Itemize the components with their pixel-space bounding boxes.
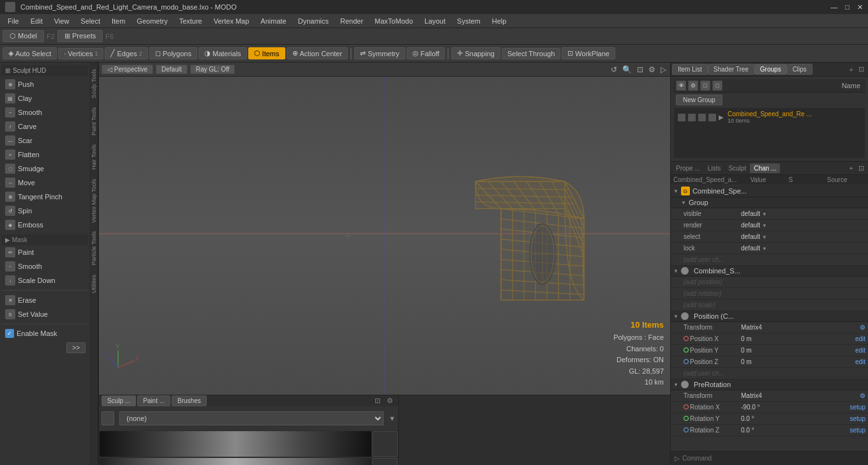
- expand-right-icon[interactable]: ⊡: [856, 65, 867, 73]
- rot-y-setup[interactable]: setup: [850, 415, 865, 422]
- group-eye-icon[interactable]: [678, 114, 685, 121]
- expand-chan-icon[interactable]: ⊡: [856, 164, 867, 172]
- default-btn[interactable]: Default: [156, 65, 188, 74]
- brushes-tab[interactable]: Brushes: [172, 395, 207, 406]
- vp-settings-icon[interactable]: ⚙: [647, 65, 657, 74]
- scene-3d[interactable]: X Y Z 10 Items: [99, 77, 670, 395]
- symmetry-btn[interactable]: ⇌ Symmetry: [354, 47, 405, 59]
- pos-x-edit[interactable]: edit: [855, 335, 865, 342]
- rot-z-setup[interactable]: setup: [850, 427, 865, 434]
- vp-fit-icon[interactable]: ⊡: [636, 65, 645, 74]
- group-render-icon[interactable]: [688, 114, 696, 121]
- pos-z-edit[interactable]: edit: [855, 358, 865, 365]
- tool-tangent-pinch[interactable]: ⊗ Tangent Pinch: [1, 190, 88, 204]
- more-bottom-icon[interactable]: ⚙: [384, 397, 396, 405]
- side-tab-vertexmap[interactable]: Vertex Map Tools: [89, 175, 98, 227]
- group-lock-icon[interactable]: [708, 114, 716, 121]
- ctab-sculpt[interactable]: Sculpt: [724, 164, 750, 173]
- render-icon[interactable]: □: [700, 80, 710, 91]
- pos-y-edit[interactable]: edit: [855, 347, 865, 354]
- group-expand-icon[interactable]: ▶: [719, 114, 724, 121]
- brush-dropdown[interactable]: (none): [119, 411, 384, 425]
- menu-render[interactable]: Render: [335, 16, 368, 26]
- ch-group-section[interactable]: ▼ Group: [671, 197, 868, 208]
- workplane-btn[interactable]: ⊡ WorkPlane: [562, 47, 615, 59]
- menu-select[interactable]: Select: [75, 16, 105, 26]
- gear-icon-transform[interactable]: ⚙: [860, 324, 865, 331]
- menu-dynamics[interactable]: Dynamics: [293, 16, 334, 26]
- menu-edit[interactable]: Edit: [26, 16, 48, 26]
- materials-btn[interactable]: ◑ Materials: [198, 47, 247, 59]
- rot-x-setup[interactable]: setup: [850, 404, 865, 411]
- raygl-btn[interactable]: Ray GL: Off: [190, 65, 236, 74]
- vp-expand-icon[interactable]: ▷: [659, 65, 668, 74]
- menu-vertex-map[interactable]: Vertex Map: [209, 16, 255, 26]
- select-through-btn[interactable]: Select Through: [502, 48, 560, 59]
- gear-icon-transform-2[interactable]: ⚙: [860, 392, 865, 399]
- viewport-canvas[interactable]: X Y Z 10 Items: [99, 77, 670, 395]
- more-btn[interactable]: >>: [66, 342, 86, 353]
- enable-mask-checkbox[interactable]: ✓ Enable Mask: [1, 327, 88, 340]
- vp-rotate-icon[interactable]: ↺: [610, 65, 618, 74]
- tool-spin[interactable]: ↺ Spin: [1, 204, 88, 218]
- add-channel-icon[interactable]: +: [847, 164, 856, 172]
- ch-combined-s-section[interactable]: ▼ Combined_S...: [671, 266, 868, 277]
- tool-scale-down[interactable]: ↓ Scale Down: [1, 273, 88, 287]
- perspective-btn[interactable]: ◁ Perspective: [101, 65, 153, 74]
- tool-smooth-2[interactable]: ~ Smooth: [1, 259, 88, 273]
- tool-emboss[interactable]: ◈ Emboss: [1, 218, 88, 232]
- tool-clay[interactable]: ▤ Clay: [1, 91, 88, 105]
- menu-item[interactable]: Item: [107, 16, 130, 26]
- tool-smudge[interactable]: ◌ Smudge: [1, 162, 88, 176]
- shader-tree-tab[interactable]: Shader Tree: [708, 64, 754, 75]
- select-icon[interactable]: □: [712, 80, 722, 91]
- expand-bottom-icon[interactable]: ⊡: [372, 397, 383, 405]
- item-list-tab[interactable]: Item List: [672, 64, 708, 75]
- tool-set-value[interactable]: S Set Value: [1, 307, 88, 321]
- items-btn[interactable]: ⬡ Items: [248, 47, 285, 59]
- tool-paint-mask[interactable]: ✏ Paint: [1, 245, 88, 259]
- polygons-btn[interactable]: ◻ Polygons: [149, 47, 197, 59]
- new-group-btn[interactable]: New Group: [676, 95, 722, 105]
- vertices-btn[interactable]: · Vertices 1: [58, 48, 103, 59]
- action-center-btn[interactable]: ⊕ Action Center: [287, 47, 348, 59]
- side-tab-paint[interactable]: Paint Tools: [89, 103, 98, 139]
- minimize-btn[interactable]: —: [830, 3, 837, 11]
- tool-scar[interactable]: — Scar: [1, 133, 88, 148]
- auto-select-btn[interactable]: ◈ Auto Select: [3, 47, 57, 59]
- menu-animate[interactable]: Animate: [255, 16, 291, 26]
- window-controls[interactable]: — □ ✕: [830, 3, 863, 11]
- ctab-chan[interactable]: Chan ...: [750, 164, 780, 173]
- clips-tab[interactable]: Clips: [787, 64, 812, 75]
- menu-maxtomodo[interactable]: MaxToModo: [370, 16, 418, 26]
- menu-file[interactable]: File: [3, 16, 24, 26]
- group-row-combined[interactable]: ▶ Combined_Speed_and_Re ... 10 Items: [675, 109, 864, 125]
- edges-btn[interactable]: ╱ Edges 2: [105, 47, 147, 59]
- tool-flatten[interactable]: = Flatten: [1, 148, 88, 162]
- menu-system[interactable]: System: [452, 16, 486, 26]
- side-tab-utilities[interactable]: Utilities: [89, 271, 98, 297]
- ctab-prope[interactable]: Prope ...: [672, 164, 704, 173]
- close-btn[interactable]: ✕: [857, 3, 863, 11]
- menu-view[interactable]: View: [49, 16, 75, 26]
- maximize-btn[interactable]: □: [845, 3, 849, 11]
- tool-smooth-1[interactable]: ~ Smooth: [1, 105, 88, 119]
- paint-tab[interactable]: Paint ...: [137, 395, 170, 406]
- ctab-lists[interactable]: Lists: [704, 164, 725, 173]
- menu-texture[interactable]: Texture: [174, 16, 207, 26]
- menu-geometry[interactable]: Geometry: [131, 16, 172, 26]
- menu-layout[interactable]: Layout: [419, 16, 451, 26]
- command-input[interactable]: [682, 455, 864, 462]
- falloff-btn[interactable]: ◎ Falloff: [407, 47, 445, 59]
- model-btn[interactable]: ⬡ Model: [3, 30, 44, 42]
- eye-icon[interactable]: 👁: [676, 80, 686, 91]
- side-tab-hair[interactable]: Hair Tools: [89, 141, 98, 174]
- snapping-btn[interactable]: ✛ Snapping: [451, 47, 500, 59]
- tool-move[interactable]: ↔ Move: [1, 176, 88, 190]
- sculp-tab[interactable]: Sculp ...: [101, 395, 136, 406]
- tool-carve[interactable]: / Carve: [1, 119, 88, 133]
- add-tab-icon[interactable]: +: [847, 66, 856, 73]
- side-tab-sculpt[interactable]: Sculp Tools: [89, 65, 98, 102]
- vp-zoom-icon[interactable]: 🔍: [621, 65, 633, 74]
- tool-push[interactable]: ⊕ Push: [1, 77, 88, 91]
